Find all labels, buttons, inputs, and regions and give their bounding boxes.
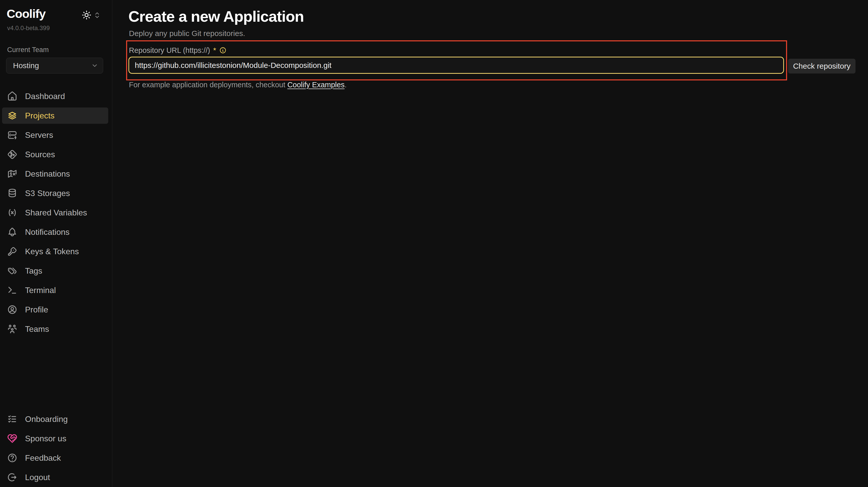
layers-icon [7, 110, 18, 121]
sidebar-item-s3-storages[interactable]: S3 Storages [2, 185, 108, 201]
sidebar-item-tags[interactable]: Tags [2, 263, 108, 279]
user-circle-icon [7, 304, 18, 315]
key-icon [7, 246, 18, 257]
sidebar-item-label: Profile [25, 305, 48, 315]
sidebar-item-label: Onboarding [25, 415, 68, 424]
sidebar-item-terminal[interactable]: Terminal [2, 282, 108, 298]
sidebar-item-label: Feedback [25, 453, 61, 463]
server-bolt-icon [7, 130, 18, 140]
terminal-icon [7, 285, 18, 295]
logout-icon [7, 472, 18, 482]
database-icon [7, 188, 18, 198]
chevron-down-icon [91, 62, 98, 69]
page-subtitle: Deploy any public Git repositories. [129, 29, 245, 38]
git-source-icon [7, 149, 18, 160]
sidebar-item-sponsor-us[interactable]: Sponsor us [2, 430, 108, 447]
check-repository-button[interactable]: Check repository [788, 59, 856, 73]
required-marker: * [213, 46, 216, 55]
sidebar-item-label: Sources [25, 150, 55, 159]
sidebar-item-dashboard[interactable]: Dashboard [2, 88, 108, 104]
sidebar-item-notifications[interactable]: Notifications [2, 224, 108, 240]
repository-url-label: Repository URL (https://) [129, 46, 210, 55]
team-select-value: Hosting [13, 61, 39, 70]
users-group-icon [7, 324, 18, 334]
sidebar-item-keys-tokens[interactable]: Keys & Tokens [2, 243, 108, 260]
sidebar-item-label: Sponsor us [25, 434, 66, 443]
coolify-examples-link[interactable]: Coolify Examples [287, 80, 345, 89]
sidebar-item-label: Logout [25, 473, 50, 482]
helper-text: For example application deployments, che… [129, 80, 347, 89]
sidebar-item-onboarding[interactable]: Onboarding [2, 411, 108, 427]
helper-suffix: . [345, 80, 347, 89]
help-circle-icon [7, 453, 18, 463]
sidebar-item-logout[interactable]: Logout [2, 469, 108, 485]
heart-handshake-icon [7, 433, 18, 444]
sidebar: Coolify v4.0.0-beta.399 Current Team Hos… [0, 0, 112, 487]
brand-logo: Coolify [7, 7, 45, 21]
version-label: v4.0.0-beta.399 [7, 25, 50, 32]
map-x-icon [7, 169, 18, 179]
sidebar-item-projects[interactable]: Projects [2, 107, 108, 124]
sidebar-item-label: Keys & Tokens [25, 247, 79, 256]
current-team-label: Current Team [7, 46, 49, 54]
sidebar-item-label: Destinations [25, 169, 70, 179]
sidebar-item-shared-variables[interactable]: Shared Variables [2, 204, 108, 221]
sidebar-item-label: Terminal [25, 286, 56, 295]
sidebar-item-destinations[interactable]: Destinations [2, 166, 108, 182]
info-icon[interactable] [219, 47, 226, 54]
sidebar-item-label: Tags [25, 266, 42, 275]
coolify-app: Coolify v4.0.0-beta.399 Current Team Hos… [0, 0, 868, 487]
checklist-icon [7, 414, 18, 424]
sidebar-item-label: S3 Storages [25, 189, 70, 198]
sun-icon [82, 10, 91, 20]
chevrons-up-down-icon [93, 11, 101, 19]
sidebar-item-feedback[interactable]: Feedback [2, 450, 108, 466]
repository-url-input[interactable] [128, 57, 784, 74]
sidebar-item-label: Notifications [25, 227, 69, 237]
sidebar-item-label: Shared Variables [25, 208, 87, 218]
sidebar-collapse-toggle[interactable] [93, 11, 101, 19]
theme-toggle-button[interactable] [82, 10, 91, 20]
sidebar-item-label: Teams [25, 324, 49, 334]
home-icon [7, 91, 18, 101]
repository-url-label-row: Repository URL (https://) * [129, 46, 226, 55]
bell-icon [7, 227, 18, 237]
team-select[interactable]: Hosting [6, 58, 103, 73]
sidebar-item-label: Dashboard [25, 92, 65, 101]
sidebar-item-teams[interactable]: Teams [2, 321, 108, 337]
sidebar-footer-nav: Onboarding Sponsor us [2, 411, 108, 487]
sidebar-item-sources[interactable]: Sources [2, 146, 108, 163]
tags-icon [7, 266, 18, 276]
variable-icon [7, 207, 18, 218]
sidebar-item-label: Projects [25, 111, 55, 121]
sidebar-item-profile[interactable]: Profile [2, 301, 108, 318]
page-title: Create a new Application [128, 8, 304, 25]
sidebar-nav: Dashboard Projects Servers [2, 88, 108, 340]
helper-prefix: For example application deployments, che… [129, 80, 287, 89]
sidebar-item-servers[interactable]: Servers [2, 127, 108, 143]
sidebar-item-label: Servers [25, 130, 53, 140]
